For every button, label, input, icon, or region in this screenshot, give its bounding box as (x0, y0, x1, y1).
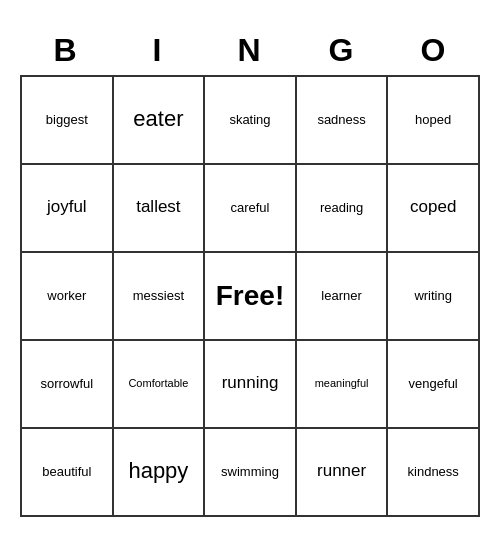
bingo-cell: tallest (114, 165, 206, 253)
cell-text: careful (230, 200, 269, 216)
cell-text: coped (410, 197, 456, 217)
header-letter-i: I (112, 28, 204, 73)
bingo-cell: runner (297, 429, 389, 517)
cell-text: sadness (317, 112, 365, 128)
cell-text: tallest (136, 197, 180, 217)
cell-text: kindness (408, 464, 459, 480)
bingo-cell: swimming (205, 429, 297, 517)
bingo-cell: learner (297, 253, 389, 341)
bingo-header: BINGO (20, 28, 480, 73)
bingo-cell: careful (205, 165, 297, 253)
bingo-cell: Comfortable (114, 341, 206, 429)
bingo-cell: coped (388, 165, 480, 253)
cell-text: messiest (133, 288, 184, 304)
cell-text: biggest (46, 112, 88, 128)
header-letter-o: O (388, 28, 480, 73)
bingo-cell: eater (114, 77, 206, 165)
bingo-cell: kindness (388, 429, 480, 517)
bingo-card: BINGO biggesteaterskatingsadnesshopedjoy… (20, 28, 480, 517)
cell-text: Free! (216, 279, 284, 313)
bingo-grid: biggesteaterskatingsadnesshopedjoyfultal… (20, 75, 480, 517)
bingo-cell: vengeful (388, 341, 480, 429)
bingo-cell: sadness (297, 77, 389, 165)
bingo-cell: running (205, 341, 297, 429)
cell-text: hoped (415, 112, 451, 128)
cell-text: skating (229, 112, 270, 128)
header-letter-n: N (204, 28, 296, 73)
cell-text: writing (414, 288, 452, 304)
cell-text: runner (317, 461, 366, 481)
bingo-cell: messiest (114, 253, 206, 341)
bingo-cell: writing (388, 253, 480, 341)
cell-text: reading (320, 200, 363, 216)
bingo-cell: reading (297, 165, 389, 253)
cell-text: meaningful (315, 377, 369, 390)
cell-text: learner (321, 288, 361, 304)
cell-text: eater (133, 106, 183, 132)
bingo-cell: Free! (205, 253, 297, 341)
bingo-cell: worker (22, 253, 114, 341)
cell-text: beautiful (42, 464, 91, 480)
cell-text: sorrowful (40, 376, 93, 392)
cell-text: vengeful (409, 376, 458, 392)
cell-text: worker (47, 288, 86, 304)
cell-text: Comfortable (128, 377, 188, 390)
bingo-cell: sorrowful (22, 341, 114, 429)
bingo-cell: joyful (22, 165, 114, 253)
bingo-cell: biggest (22, 77, 114, 165)
bingo-cell: beautiful (22, 429, 114, 517)
bingo-cell: hoped (388, 77, 480, 165)
cell-text: swimming (221, 464, 279, 480)
header-letter-g: G (296, 28, 388, 73)
cell-text: running (222, 373, 279, 393)
bingo-cell: meaningful (297, 341, 389, 429)
header-letter-b: B (20, 28, 112, 73)
cell-text: joyful (47, 197, 87, 217)
bingo-cell: happy (114, 429, 206, 517)
bingo-cell: skating (205, 77, 297, 165)
cell-text: happy (128, 458, 188, 484)
